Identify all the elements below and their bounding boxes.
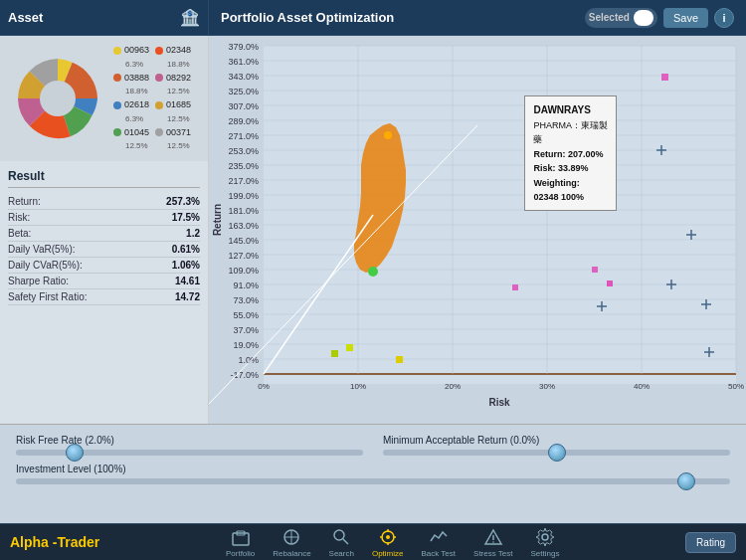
svg-text:253.0%: 253.0% [228, 146, 259, 156]
svg-text:145.0%: 145.0% [228, 236, 259, 246]
svg-text:1.0%: 1.0% [238, 355, 259, 365]
svg-text:379.0%: 379.0% [228, 42, 259, 52]
toolbar-item-optimize[interactable]: Optimize [372, 527, 404, 558]
svg-text:271.0%: 271.0% [228, 131, 259, 141]
result-row: Beta:1.2 [8, 226, 200, 242]
tooltip-risk: Risk: 33.89% [533, 161, 608, 175]
bottom-panel: Risk Free Rate (2.0%) Minimum Acceptable… [0, 424, 746, 523]
toolbar-item-stresstest[interactable]: Stress Test [473, 527, 512, 558]
info-button[interactable]: i [714, 8, 734, 28]
asset-panel-header: Asset 🏦 [0, 0, 209, 35]
svg-text:40%: 40% [634, 382, 650, 391]
svg-text:Risk: Risk [488, 397, 510, 408]
svg-text:127.0%: 127.0% [228, 251, 259, 261]
svg-point-97 [386, 535, 390, 539]
toolbar-item-backtest[interactable]: Back Test [422, 527, 457, 558]
svg-point-104 [542, 534, 548, 540]
toolbar-item-search[interactable]: Search [329, 527, 354, 558]
tooltip-return: Return: 207.00% [533, 147, 608, 161]
save-button[interactable]: Save [663, 8, 708, 28]
svg-text:217.0%: 217.0% [228, 176, 259, 186]
svg-text:55.0%: 55.0% [233, 310, 259, 320]
backtest-icon [429, 527, 449, 547]
investment-level-group: Investment Level (100%) [16, 464, 730, 513]
chart-tooltip: DAWNRAYS PHARMA：東瑞製 藥 Return: 207.00% Ri… [524, 95, 617, 211]
search-icon [331, 527, 351, 547]
svg-text:10%: 10% [350, 382, 366, 391]
result-row: Daily CVaR(5%):1.06% [8, 258, 200, 274]
svg-point-66 [368, 267, 378, 277]
investment-level-slider[interactable] [16, 478, 730, 484]
pie-chart [8, 49, 107, 148]
risk-free-rate-group: Risk Free Rate (2.0%) [16, 435, 363, 456]
risk-free-rate-slider[interactable] [16, 450, 363, 456]
svg-rect-72 [512, 284, 518, 290]
svg-text:163.0%: 163.0% [228, 221, 259, 231]
optimize-icon [378, 527, 398, 547]
svg-text:343.0%: 343.0% [228, 72, 259, 82]
svg-rect-73 [331, 350, 338, 357]
pie-legend: 00963 6.3% 03888 18.8% 02618 6.3% 01045 … [113, 44, 149, 153]
tooltip-weight-val: 02348 100% [533, 190, 608, 204]
rating-button[interactable]: Rating [685, 532, 736, 553]
svg-text:181.0%: 181.0% [228, 206, 259, 216]
chart-svg: 379.0% 361.0% 343.0% 325.0% 307.0% 289.0… [209, 36, 746, 424]
svg-text:20%: 20% [445, 382, 461, 391]
app-name: Alpha -Trader [10, 534, 99, 550]
tooltip-weighting: Weighting: [533, 176, 608, 190]
svg-text:-17.0%: -17.0% [230, 370, 259, 380]
svg-point-1 [40, 81, 76, 116]
result-row: Sharpe Ratio:14.61 [8, 274, 200, 289]
svg-text:109.0%: 109.0% [228, 266, 259, 276]
portfolio-title: Portfolio Asset Optimization [221, 10, 394, 25]
svg-text:199.0%: 199.0% [228, 191, 259, 201]
svg-point-94 [334, 530, 344, 540]
toolbar-item-rebalance[interactable]: Rebalance [273, 527, 310, 558]
min-acceptable-return-group: Minimum Acceptable Return (0.0%) [383, 435, 730, 456]
toolbar: Alpha -Trader Portfolio Rebalance [0, 523, 746, 560]
svg-text:0%: 0% [258, 382, 270, 391]
selected-label: Selected [589, 12, 630, 23]
result-row: Risk:17.5% [8, 210, 200, 226]
sliders-row1: Risk Free Rate (2.0%) Minimum Acceptable… [16, 435, 730, 456]
svg-text:325.0%: 325.0% [228, 87, 259, 96]
tooltip-sub2: 藥 [533, 132, 608, 146]
svg-text:30%: 30% [539, 382, 555, 391]
svg-point-67 [384, 131, 392, 139]
svg-point-103 [492, 541, 494, 543]
toolbar-icons: Portfolio Rebalance Search [226, 527, 559, 558]
svg-text:37.0%: 37.0% [233, 325, 259, 335]
toolbar-item-settings[interactable]: Settings [530, 527, 559, 558]
result-panel: Result Return:257.3%Risk:17.5%Beta:1.2Da… [0, 161, 208, 424]
pie-legend-right: 02348 18.8% 08292 12.5% 01685 12.5% 0037… [155, 44, 191, 153]
tooltip-name: DAWNRAYS [533, 102, 608, 118]
svg-text:235.0%: 235.0% [228, 161, 259, 171]
svg-rect-74 [346, 344, 353, 351]
svg-text:289.0%: 289.0% [228, 116, 259, 126]
svg-line-95 [343, 539, 348, 544]
chart-panel: 379.0% 361.0% 343.0% 325.0% 307.0% 289.0… [209, 36, 746, 424]
min-acceptable-return-slider[interactable] [383, 450, 730, 456]
tooltip-subname: PHARMA：東瑞製 [533, 118, 608, 132]
toolbar-item-portfolio[interactable]: Portfolio [226, 527, 255, 558]
svg-text:361.0%: 361.0% [228, 57, 259, 67]
portfolio-panel-header: Portfolio Asset Optimization Selected Sa… [209, 0, 746, 35]
header-controls: Selected Save i [585, 8, 734, 28]
selected-toggle[interactable]: Selected [585, 8, 657, 28]
asset-icon: 🏦 [180, 8, 200, 27]
svg-rect-70 [592, 267, 598, 273]
asset-title: Asset [8, 10, 43, 25]
svg-rect-71 [607, 280, 613, 286]
toggle-knob[interactable] [634, 10, 653, 26]
svg-rect-3 [264, 46, 736, 384]
result-rows: Return:257.3%Risk:17.5%Beta:1.2Daily VaR… [8, 194, 200, 305]
svg-text:50%: 50% [728, 382, 744, 391]
svg-text:Return: Return [212, 204, 223, 236]
svg-text:91.0%: 91.0% [233, 280, 259, 290]
rebalance-icon [281, 527, 301, 547]
result-row: Daily VaR(5%):0.61% [8, 242, 200, 258]
result-row: Return:257.3% [8, 194, 200, 210]
svg-text:73.0%: 73.0% [233, 295, 259, 305]
portfolio-icon [231, 527, 251, 547]
result-row: Safety First Ratio:14.72 [8, 289, 200, 305]
